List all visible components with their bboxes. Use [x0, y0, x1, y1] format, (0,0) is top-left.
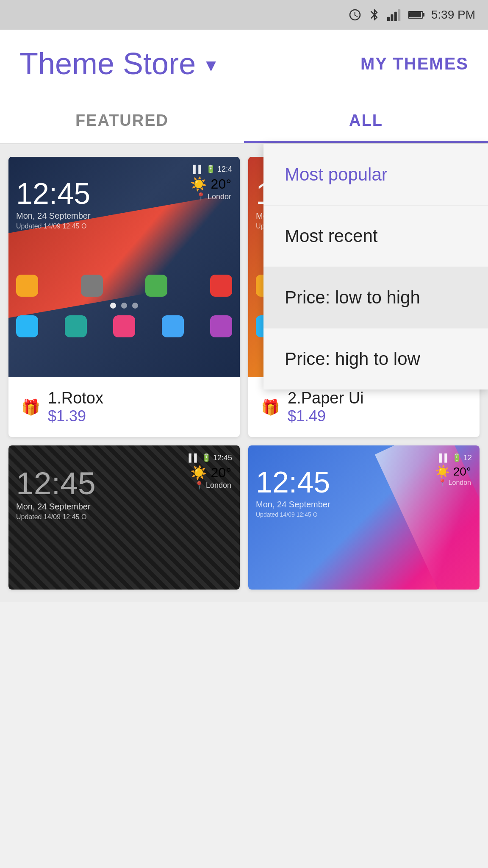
sort-dropdown: Most popular Most recent Price: low to h…	[263, 144, 488, 389]
dropdown-item-most-popular[interactable]: Most popular	[263, 144, 488, 206]
theme-card-rotox[interactable]: ▌▌ 🔋 12:4 12:45 Mon, 24 September Update…	[8, 157, 240, 437]
theme-name-rotox: 1.Rotox	[48, 389, 103, 407]
my-themes-button[interactable]: MY THEMES	[360, 54, 469, 73]
svg-rect-2	[394, 12, 397, 21]
theme-card-blue[interactable]: ▌▌ 🔋 12 12:45 Mon, 24 September Updated …	[248, 445, 480, 590]
tab-all[interactable]: ALL	[244, 97, 488, 143]
time-display: 5:39 PM	[431, 8, 475, 22]
svg-rect-3	[398, 9, 400, 21]
alarm-icon	[348, 8, 362, 22]
status-icons: 5:39 PM	[348, 8, 475, 22]
theme-card-dark[interactable]: ▌▌ 🔋 12:45 12:45 Mon, 24 September Updat…	[8, 445, 240, 590]
theme-info-rotox: 🎁 1.Rotox $1.39	[8, 377, 240, 437]
tab-bar: FEATURED ALL	[0, 97, 488, 144]
svg-rect-1	[391, 14, 393, 21]
dropdown-item-price-high-low[interactable]: Price: high to low	[263, 328, 488, 389]
theme-price-paperui: $1.49	[288, 407, 364, 425]
svg-rect-5	[423, 13, 424, 17]
bluetooth-icon	[368, 8, 381, 22]
gift-icon-paperui: 🎁	[261, 398, 280, 416]
tab-featured[interactable]: FEATURED	[0, 97, 244, 143]
dropdown-item-price-low-high[interactable]: Price: low to high	[263, 267, 488, 328]
theme-preview-dark: ▌▌ 🔋 12:45 12:45 Mon, 24 September Updat…	[8, 445, 240, 590]
app-header: Theme Store ▼ MY THEMES	[0, 30, 488, 97]
app-title: Theme Store	[19, 46, 196, 81]
svg-rect-6	[409, 12, 421, 17]
theme-price-rotox: $1.39	[48, 407, 103, 425]
header-title-area[interactable]: Theme Store ▼	[19, 46, 219, 81]
theme-name-paperui: 2.Paper Ui	[288, 389, 364, 407]
status-bar: 5:39 PM	[0, 0, 488, 30]
dropdown-arrow-icon[interactable]: ▼	[202, 56, 219, 75]
content-area: ▌▌ 🔋 12:4 12:45 Mon, 24 September Update…	[0, 144, 488, 602]
theme-preview-rotox: ▌▌ 🔋 12:4 12:45 Mon, 24 September Update…	[8, 157, 240, 377]
battery-icon	[408, 8, 425, 22]
signal-icon	[387, 8, 402, 22]
dropdown-item-most-recent[interactable]: Most recent	[263, 206, 488, 267]
gift-icon-rotox: 🎁	[21, 398, 40, 416]
theme-preview-blue: ▌▌ 🔋 12 12:45 Mon, 24 September Updated …	[248, 445, 480, 590]
svg-rect-0	[387, 17, 390, 21]
